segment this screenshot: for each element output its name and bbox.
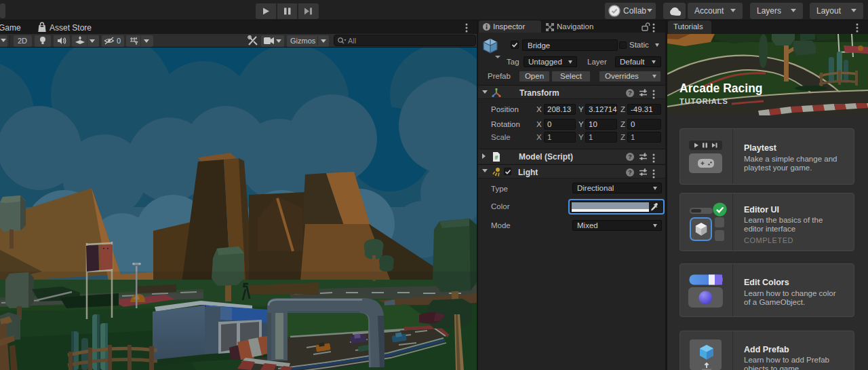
svg-text:TUTORIALS: TUTORIALS: [679, 97, 728, 105]
svg-text:?: ?: [628, 153, 632, 160]
svg-text:#: #: [494, 154, 498, 161]
svg-text:?: ?: [628, 90, 632, 96]
svg-text:Arcade Racing: Arcade Racing: [679, 81, 763, 95]
svg-text:?: ?: [628, 169, 632, 176]
